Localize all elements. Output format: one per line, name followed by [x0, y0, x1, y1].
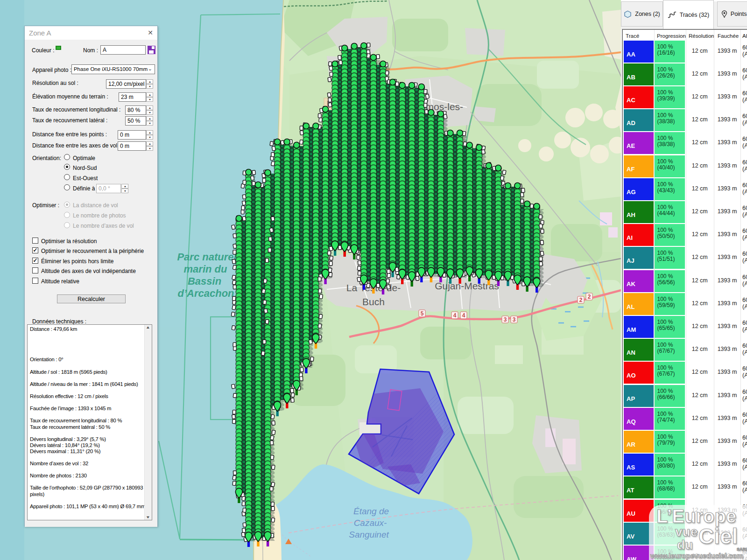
svg-text:Bassin: Bassin: [188, 275, 221, 287]
svg-text:5: 5: [421, 310, 424, 317]
svg-text:2: 2: [579, 297, 583, 303]
svg-text:Étang de: Étang de: [353, 506, 389, 516]
svg-text:Cazaux-: Cazaux-: [354, 518, 387, 528]
svg-text:Parc naturel: Parc naturel: [177, 251, 237, 263]
svg-text:4: 4: [453, 312, 457, 319]
svg-text:marin du: marin du: [184, 263, 227, 275]
svg-text:3: 3: [504, 316, 507, 323]
svg-text:d’Arcachon: d’Arcachon: [177, 287, 234, 299]
svg-text:Sanguinet: Sanguinet: [349, 530, 389, 539]
svg-text:Buch: Buch: [362, 296, 385, 307]
svg-text:3: 3: [513, 316, 516, 323]
svg-text:2: 2: [588, 294, 591, 300]
svg-text:4: 4: [462, 312, 465, 319]
